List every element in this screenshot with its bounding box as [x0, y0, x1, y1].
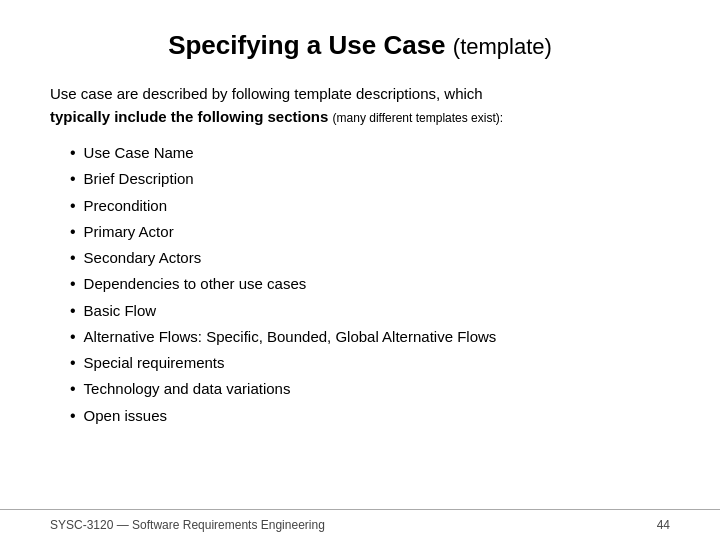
slide: Specifying a Use Case (template) Use cas… [0, 0, 720, 540]
bullet-dot-icon: • [70, 355, 76, 371]
list-item: •Use Case Name [70, 140, 670, 166]
bullet-dot-icon: • [70, 171, 76, 187]
intro-line1: Use case are described by following temp… [50, 85, 483, 102]
list-item-text: Open issues [84, 403, 167, 429]
list-item-text: Basic Flow [84, 298, 157, 324]
list-item-text: Brief Description [84, 166, 194, 192]
bullet-list: •Use Case Name•Brief Description•Precond… [50, 140, 670, 429]
list-item-text: Special requirements [84, 350, 225, 376]
list-item: •Technology and data variations [70, 376, 670, 402]
slide-title: Specifying a Use Case (template) [50, 30, 670, 61]
list-item-text: Primary Actor [84, 219, 174, 245]
list-item-text: Dependencies to other use cases [84, 271, 307, 297]
list-item: •Basic Flow [70, 298, 670, 324]
bullet-dot-icon: • [70, 198, 76, 214]
list-item-text: Alternative Flows: Specific, Bounded, Gl… [84, 324, 497, 350]
list-item-text: Use Case Name [84, 140, 194, 166]
list-item-text: Precondition [84, 193, 167, 219]
bullet-dot-icon: • [70, 145, 76, 161]
intro-bold: typically include the following sections [50, 108, 328, 125]
list-item: •Alternative Flows: Specific, Bounded, G… [70, 324, 670, 350]
list-item: •Primary Actor [70, 219, 670, 245]
bullet-dot-icon: • [70, 303, 76, 319]
footer-course: SYSC-3120 — Software Requirements Engine… [50, 518, 325, 532]
intro-small: (many different templates exist): [333, 111, 504, 125]
list-item-text: Secondary Actors [84, 245, 202, 271]
footer-page: 44 [657, 518, 670, 532]
bullet-dot-icon: • [70, 276, 76, 292]
intro-block: Use case are described by following temp… [50, 83, 670, 128]
bullet-dot-icon: • [70, 381, 76, 397]
list-item: •Brief Description [70, 166, 670, 192]
bullet-dot-icon: • [70, 224, 76, 240]
list-item: •Special requirements [70, 350, 670, 376]
title-paren: (template) [453, 34, 552, 59]
bullet-dot-icon: • [70, 250, 76, 266]
bullet-dot-icon: • [70, 329, 76, 345]
list-item: •Dependencies to other use cases [70, 271, 670, 297]
list-item: •Secondary Actors [70, 245, 670, 271]
list-item: •Open issues [70, 403, 670, 429]
list-item: •Precondition [70, 193, 670, 219]
list-item-text: Technology and data variations [84, 376, 291, 402]
bullet-dot-icon: • [70, 408, 76, 424]
footer: SYSC-3120 — Software Requirements Engine… [0, 509, 720, 540]
title-bold: Specifying a Use Case [168, 30, 445, 60]
